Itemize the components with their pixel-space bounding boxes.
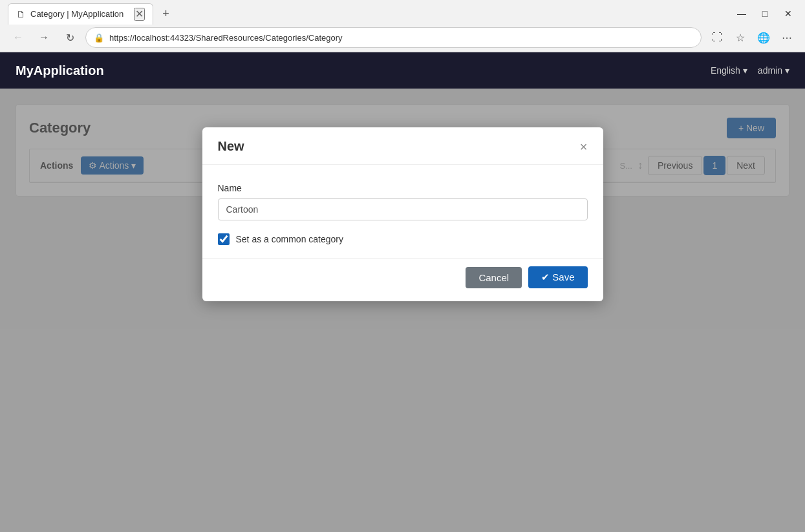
address-bar[interactable]: 🔒 https://localhost:44323/SharedResource… [85, 27, 702, 48]
common-category-label[interactable]: Set as a common category [236, 234, 344, 244]
title-bar-left: 🗋 Category | MyApplication ✕ + [8, 3, 173, 25]
header-right: English ▾ admin ▾ [711, 65, 789, 76]
window-close-button[interactable]: ✕ [779, 6, 797, 21]
user-menu[interactable]: admin ▾ [758, 65, 789, 76]
maximize-button[interactable]: □ [756, 6, 774, 21]
checkbox-row: Set as a common category [218, 233, 588, 245]
language-selector[interactable]: English ▾ [711, 65, 747, 76]
modal-body: Name Set as a common category [202, 165, 603, 258]
user-caret: ▾ [785, 65, 789, 76]
refresh-button[interactable]: ↻ [59, 27, 80, 48]
name-input[interactable] [218, 198, 588, 220]
tab-close-button[interactable]: ✕ [134, 8, 145, 21]
app-header: MyApplication English ▾ admin ▾ [0, 52, 805, 89]
extensions-icon[interactable]: ⛶ [707, 27, 727, 48]
nav-bar: ← → ↻ 🔒 https://localhost:44323/SharedRe… [0, 23, 805, 52]
browser-chrome: 🗋 Category | MyApplication ✕ + — □ ✕ ← →… [0, 0, 805, 52]
collections-icon[interactable]: 🌐 [753, 27, 774, 48]
tab-page-icon: 🗋 [16, 9, 25, 19]
app-content: Category + New Actions ⚙ Actions ▾ Show … [0, 89, 805, 532]
name-field-group: Name [218, 183, 588, 220]
back-button[interactable]: ← [8, 27, 28, 48]
minimize-button[interactable]: — [733, 6, 751, 21]
modal-footer: Cancel ✔ Save [202, 258, 603, 301]
save-button[interactable]: ✔ Save [528, 266, 587, 288]
title-bar: 🗋 Category | MyApplication ✕ + — □ ✕ [0, 0, 805, 23]
more-menu-button[interactable]: ⋯ [777, 27, 797, 48]
url-text: https://localhost:44323/SharedResources/… [109, 33, 693, 43]
language-label: English [711, 65, 740, 76]
app-title: MyApplication [16, 63, 104, 78]
lock-icon: 🔒 [94, 33, 104, 43]
browser-toolbar-icons: ⛶ ☆ 🌐 ⋯ [707, 27, 797, 48]
modal-dialog: New × Name Set as a common category Canc… [202, 127, 603, 301]
browser-tab[interactable]: 🗋 Category | MyApplication ✕ [8, 3, 153, 25]
language-caret: ▾ [743, 65, 747, 76]
app-container: MyApplication English ▾ admin ▾ Category… [0, 52, 805, 532]
modal-title: New [218, 139, 244, 154]
modal-overlay[interactable]: New × Name Set as a common category Canc… [0, 89, 805, 532]
forward-button[interactable]: → [34, 27, 54, 48]
tab-title: Category | MyApplication [30, 9, 123, 19]
name-label: Name [218, 183, 588, 193]
favorites-icon[interactable]: ☆ [730, 27, 751, 48]
window-controls: — □ ✕ [733, 6, 797, 21]
common-category-checkbox[interactable] [218, 233, 230, 245]
modal-close-button[interactable]: × [580, 140, 588, 153]
modal-header: New × [202, 127, 603, 165]
user-label: admin [758, 65, 782, 76]
new-tab-button[interactable]: + [158, 6, 173, 22]
cancel-button[interactable]: Cancel [466, 267, 522, 288]
